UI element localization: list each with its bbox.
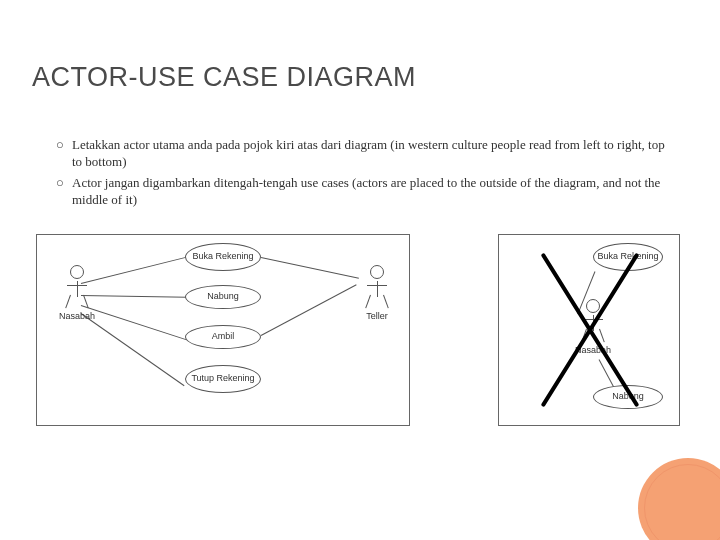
usecase-buka-rekening: Buka Rekening	[185, 243, 261, 271]
diagram-incorrect: Buka Rekening Nasabah Nabung	[498, 234, 680, 426]
usecase-tutup-rekening: Tutup Rekening	[185, 365, 261, 393]
diagram-correct: Nasabah Teller Buka Rekening Nabung Ambi…	[36, 234, 410, 426]
usecase-buka-rekening: Buka Rekening	[593, 243, 663, 271]
actor-label: Nasabah	[55, 311, 99, 321]
bullet-list: ○ Letakkan actor utama anda pada pojok k…	[48, 136, 668, 212]
slide-title: ACTOR-USE CASE DIAGRAM	[32, 62, 416, 93]
actor-teller: Teller	[355, 265, 399, 321]
actor-nasabah: Nasabah	[55, 265, 99, 321]
slide-corner-decoration	[622, 468, 712, 532]
bullet-text: Letakkan actor utama anda pada pojok kir…	[72, 136, 668, 170]
association-line	[81, 313, 185, 386]
stick-figure-head-icon	[70, 265, 84, 279]
association-line	[261, 257, 359, 279]
actor-label: Nasabah	[571, 345, 615, 355]
actor-nasabah: Nasabah	[571, 299, 615, 355]
stick-figure-head-icon	[586, 299, 600, 313]
usecase-ambil: Ambil	[185, 325, 261, 349]
bullet-item: ○ Actor jangan digambarkan ditengah-teng…	[48, 174, 668, 208]
stick-figure-head-icon	[370, 265, 384, 279]
usecase-nabung: Nabung	[185, 285, 261, 309]
bullet-text: Actor jangan digambarkan ditengah-tengah…	[72, 174, 668, 208]
association-line	[261, 284, 357, 336]
bullet-marker-icon: ○	[48, 136, 72, 170]
bullet-item: ○ Letakkan actor utama anda pada pojok k…	[48, 136, 668, 170]
bullet-marker-icon: ○	[48, 174, 72, 208]
usecase-nabung: Nabung	[593, 385, 663, 409]
actor-label: Teller	[355, 311, 399, 321]
